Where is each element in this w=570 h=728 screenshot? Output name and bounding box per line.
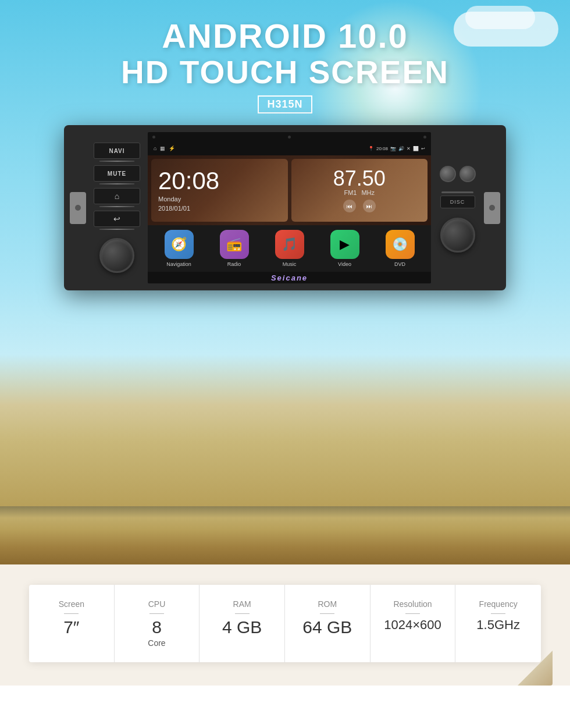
radio-next-button[interactable]: ⏭ [363, 200, 376, 212]
location-icon: 📍 [368, 146, 374, 151]
eject-area: DISC [440, 191, 475, 208]
eject-slot [441, 191, 473, 193]
screen-area: ⌂ ▦ ⚡ 📍 20:08 📷 🔊 ✕ ⬜ ↩ [148, 132, 431, 283]
brand-bar: Seicane [148, 272, 431, 283]
volume-icon: 🔊 [398, 146, 404, 151]
right-panel: DISC [436, 164, 479, 253]
radio-icon-bg: 📻 [220, 230, 249, 259]
app-navigation[interactable]: 🧭 Navigation [165, 230, 194, 267]
close-icon: ✕ [407, 146, 411, 151]
video-icon: ▶ [340, 237, 350, 252]
spec-resolution-divider [405, 613, 420, 614]
spec-cpu-label: CPU [148, 599, 166, 609]
video-label: Video [338, 261, 351, 267]
spec-resolution-label: Resolution [393, 599, 432, 609]
app-dvd[interactable]: 💿 DVD [386, 230, 415, 267]
disc-label: DISC [450, 199, 465, 205]
window-icon: ⬜ [413, 146, 419, 151]
radio-widget[interactable]: 87.50 FM1 MHz ⏮ ⏭ [291, 159, 428, 222]
title-line1: ANDROID 10.0 [121, 17, 449, 55]
video-icon-bg: ▶ [330, 230, 359, 259]
spec-cpu-value: 8 [152, 619, 162, 636]
top-bar-dot-left [152, 136, 155, 139]
dvd-label: DVD [394, 261, 405, 267]
music-label: Music [283, 261, 297, 267]
clock-date: 2018/01/01 [158, 205, 281, 212]
app-radio[interactable]: 📻 Radio [220, 230, 249, 267]
screen-top-bar [148, 132, 431, 141]
shelf-section [0, 506, 570, 564]
small-knob-right[interactable] [459, 166, 476, 182]
left-volume-knob[interactable] [99, 238, 134, 273]
radio-controls: ⏮ ⏭ [343, 200, 376, 212]
clock-day: Monday [158, 196, 281, 203]
spec-ram-divider [235, 613, 250, 614]
menu-icon: ▦ [160, 145, 165, 151]
status-left: ⌂ ▦ ⚡ [154, 145, 175, 151]
specs-section: Screen 7″ CPU 8 Core RAM 4 GB ROM 64 GB … [0, 564, 570, 686]
disc-button[interactable]: DISC [440, 196, 475, 208]
status-time: 20:08 [376, 146, 388, 151]
app-row: 🧭 Navigation 📻 Radio [148, 225, 431, 272]
clock-widget: 20:08 Monday 2018/01/01 [151, 159, 288, 222]
spec-resolution: Resolution 1024×600 [370, 585, 456, 662]
radio-unit: MHz [361, 189, 375, 196]
left-panel: NAVI MUTE ⌂ ↩ [91, 143, 143, 273]
spec-screen: Screen 7″ [29, 585, 115, 662]
mute-underline [99, 183, 134, 184]
radio-icon: 📻 [226, 237, 242, 252]
spec-ram: RAM 4 GB [200, 585, 285, 662]
spec-screen-label: Screen [59, 599, 84, 609]
spec-rom-label: ROM [318, 599, 337, 609]
spec-frequency-divider [491, 613, 505, 614]
model-badge: H315N [258, 95, 312, 113]
back-icon: ↩ [421, 146, 425, 151]
cloud-decoration-2 [465, 6, 535, 29]
spec-ram-label: RAM [233, 599, 251, 609]
navigation-icon: 🧭 [171, 237, 187, 252]
right-volume-knob[interactable] [440, 218, 475, 253]
radio-frequency: 87.50 [333, 168, 386, 189]
clock-time: 20:08 [158, 169, 281, 193]
shelf-shadow [0, 506, 570, 518]
radio-prev-button[interactable]: ⏮ [343, 200, 356, 212]
android-ui: ⌂ ▦ ⚡ 📍 20:08 📷 🔊 ✕ ⬜ ↩ [148, 141, 431, 283]
title-area: ANDROID 10.0 HD TOUCH SCREEN H315N [121, 17, 449, 113]
mute-button[interactable]: MUTE [94, 165, 140, 182]
app-music[interactable]: 🎵 Music [275, 230, 304, 267]
mount-hole-left [75, 205, 81, 211]
radio-label: Radio [227, 261, 241, 267]
device-wrapper: NAVI MUTE ⌂ ↩ [64, 125, 506, 290]
home-content: 20:08 Monday 2018/01/01 87.50 FM1 MHz [148, 155, 431, 225]
spec-cpu-divider [149, 613, 164, 614]
app-video[interactable]: ▶ Video [330, 230, 359, 267]
car-stereo: NAVI MUTE ⌂ ↩ [64, 125, 506, 290]
status-right: 📍 20:08 📷 🔊 ✕ ⬜ ↩ [368, 146, 425, 151]
home-button[interactable]: ⌂ [94, 188, 140, 204]
spec-screen-value: 7″ [63, 619, 79, 636]
back-button[interactable]: ↩ [94, 211, 140, 227]
mount-hole-right [489, 205, 495, 211]
camera-icon: 📷 [390, 146, 396, 151]
radio-band: FM1 [344, 189, 357, 196]
spec-resolution-value: 1024×600 [384, 619, 441, 631]
title-line2: HD TOUCH SCREEN [121, 55, 449, 90]
dvd-icon-bg: 💿 [386, 230, 415, 259]
screen: ⌂ ▦ ⚡ 📍 20:08 📷 🔊 ✕ ⬜ ↩ [148, 141, 431, 283]
small-knob-left[interactable] [440, 166, 456, 182]
knob-pair [440, 166, 476, 182]
dvd-icon: 💿 [392, 237, 408, 252]
navigation-label: Navigation [166, 261, 191, 267]
spec-frequency-label: Frequency [479, 599, 518, 609]
home-underline [99, 206, 134, 207]
status-bar: ⌂ ▦ ⚡ 📍 20:08 📷 🔊 ✕ ⬜ ↩ [148, 141, 431, 155]
spec-frequency-value: 1.5GHz [476, 619, 520, 631]
spec-screen-divider [64, 613, 79, 614]
brand-name: Seicane [271, 274, 308, 282]
spec-frequency: Frequency 1.5GHz [455, 585, 541, 662]
navi-button[interactable]: NAVI [94, 143, 140, 159]
spec-rom: ROM 64 GB [285, 585, 370, 662]
spec-ram-value: 4 GB [222, 619, 262, 636]
home-icon: ⌂ [154, 145, 156, 151]
spec-rom-value: 64 GB [302, 619, 352, 636]
